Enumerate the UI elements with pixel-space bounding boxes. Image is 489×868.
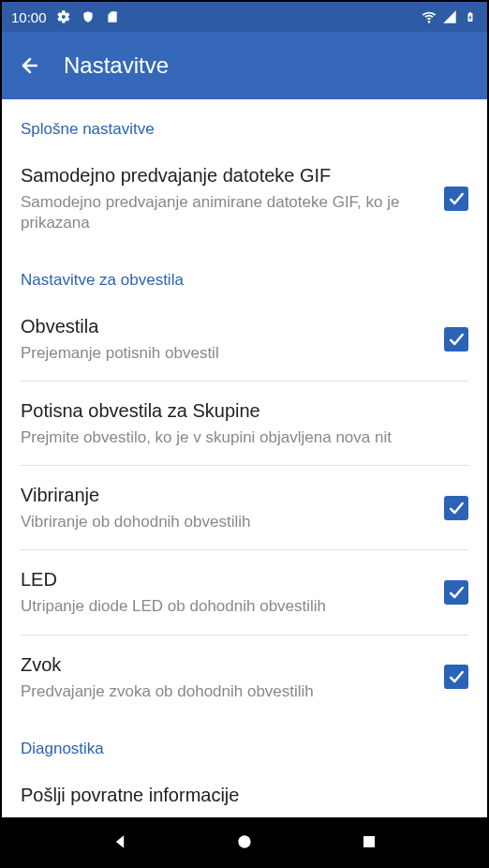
back-button[interactable]: [19, 54, 41, 77]
section-header-general: Splošne nastavitve: [2, 99, 487, 146]
setting-subtitle: Utripanje diode LED ob dohodnih obvestil…: [21, 596, 435, 617]
signal-icon: [442, 9, 457, 24]
status-bar: 10:00: [2, 2, 487, 32]
setting-subtitle: Predvajanje zvoka ob dohodnih obvestilih: [21, 681, 435, 702]
svg-rect-1: [363, 836, 375, 847]
checkbox-gif[interactable]: [444, 187, 468, 211]
status-time: 10:00: [11, 9, 47, 25]
setting-title: Obvestila: [21, 314, 435, 339]
setting-subtitle: Vibriranje ob dohodnih obvestilih: [21, 512, 435, 532]
page-title: Nastavitve: [64, 52, 169, 79]
gear-icon: [56, 9, 71, 24]
setting-title: Potisna obvestila za Skupine: [21, 398, 459, 424]
setting-group-push[interactable]: Potisna obvestila za Skupine Prejmite ob…: [21, 382, 468, 466]
setting-vibrate[interactable]: Vibriranje Vibriranje ob dohodnih obvest…: [21, 466, 468, 550]
checkbox-notifications[interactable]: [444, 327, 468, 352]
sd-card-icon: [105, 9, 120, 24]
setting-title: LED: [21, 567, 435, 592]
app-bar: Nastavitve: [2, 32, 487, 99]
setting-sound[interactable]: Zvok Predvajanje zvoka ob dohodnih obves…: [2, 636, 487, 719]
section-header-notifications: Nastavitve za obvestila: [2, 250, 487, 297]
setting-gif-autoplay[interactable]: Samodejno predvajanje datoteke GIF Samod…: [2, 146, 487, 250]
nav-recent-button[interactable]: [358, 831, 380, 853]
navigation-bar: [2, 817, 487, 866]
setting-subtitle: Prejemanje potisnih obvestil: [21, 343, 435, 364]
setting-title: Pošlji povratne informacije: [21, 783, 459, 808]
svg-point-0: [238, 835, 250, 847]
setting-subtitle: Samodejno predvajanje animirane datoteke…: [21, 192, 435, 233]
setting-notifications[interactable]: Obvestila Prejemanje potisnih obvestil: [21, 297, 468, 382]
setting-title: Zvok: [21, 652, 435, 678]
setting-led[interactable]: LED Utripanje diode LED ob dohodnih obve…: [21, 550, 468, 635]
battery-charging-icon: [463, 9, 478, 24]
checkbox-vibrate[interactable]: [444, 496, 468, 520]
setting-title: Samodejno predvajanje datoteke GIF: [21, 163, 435, 188]
shield-icon: [81, 9, 96, 24]
setting-subtitle: Prejmite obvestilo, ko je v skupini obja…: [21, 427, 459, 448]
setting-title: Vibriranje: [21, 483, 435, 508]
settings-list: Splošne nastavitve Samodejno predvajanje…: [2, 99, 487, 817]
checkbox-led[interactable]: [444, 580, 468, 605]
nav-back-button[interactable]: [109, 831, 131, 853]
section-header-diagnostics: Diagnostika: [2, 719, 487, 766]
wifi-icon: [422, 9, 437, 24]
setting-feedback[interactable]: Pošlji povratne informacije: [2, 766, 487, 817]
nav-home-button[interactable]: [233, 831, 256, 853]
checkbox-sound[interactable]: [444, 665, 468, 689]
